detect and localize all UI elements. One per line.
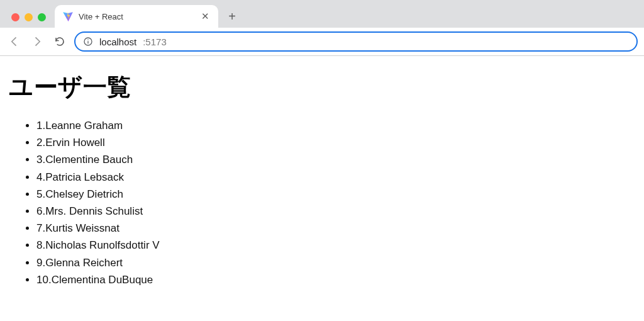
user-id: 5 — [36, 188, 42, 200]
window-traffic-lights — [6, 13, 50, 28]
list-item: 5.Chelsey Dietrich — [36, 186, 635, 203]
nav-back-button[interactable] — [6, 33, 23, 50]
user-name: Nicholas Runolfsdottir V — [45, 239, 159, 251]
browser-chrome: Vite + React ✕ + — [0, 0, 644, 56]
window-zoom-icon[interactable] — [38, 13, 46, 21]
user-list: 1.Leanne Graham2.Ervin Howell3.Clementin… — [9, 117, 635, 288]
address-host: localhost — [99, 37, 136, 47]
list-item: 3.Clementine Bauch — [36, 151, 635, 168]
user-id: 3 — [36, 154, 42, 166]
list-item: 4.Patricia Lebsack — [36, 169, 635, 186]
page-content: ユーザ一覧 1.Leanne Graham2.Ervin Howell3.Cle… — [0, 56, 644, 301]
list-item: 1.Leanne Graham — [36, 117, 635, 134]
window-close-icon[interactable] — [11, 13, 19, 21]
list-item: 10.Clementina DuBuque — [36, 271, 635, 288]
vite-favicon-icon — [62, 11, 74, 22]
user-name: Patricia Lebsack — [45, 171, 124, 183]
nav-forward-button[interactable] — [29, 33, 45, 50]
tab-strip: Vite + React ✕ + — [0, 0, 644, 28]
user-name: Clementine Bauch — [45, 154, 133, 166]
user-id: 8 — [36, 239, 42, 251]
list-item: 7.Kurtis Weissnat — [36, 220, 635, 237]
user-name: Chelsey Dietrich — [45, 188, 123, 200]
new-tab-button[interactable]: + — [223, 8, 241, 25]
user-name: Ervin Howell — [45, 137, 104, 149]
tab-title: Vite + React — [79, 12, 194, 21]
user-id: 7 — [36, 222, 42, 234]
user-id: 2 — [36, 137, 42, 149]
window-minimize-icon[interactable] — [25, 13, 33, 21]
user-id: 4 — [36, 171, 42, 183]
user-id: 9 — [36, 257, 42, 269]
user-id: 10 — [36, 274, 48, 286]
browser-tab-active[interactable]: Vite + React ✕ — [55, 5, 218, 28]
list-item: 8.Nicholas Runolfsdottir V — [36, 237, 635, 254]
list-item: 2.Ervin Howell — [36, 134, 635, 151]
nav-reload-button[interactable] — [52, 33, 68, 50]
user-id: 6 — [36, 205, 42, 217]
svg-point-2 — [87, 39, 88, 40]
list-item: 9.Glenna Reichert — [36, 254, 635, 271]
user-name: Kurtis Weissnat — [45, 222, 119, 234]
browser-toolbar: localhost:5173 — [0, 28, 644, 55]
user-id: 1 — [36, 120, 42, 132]
user-name: Mrs. Dennis Schulist — [45, 205, 143, 217]
tab-close-icon[interactable]: ✕ — [199, 11, 211, 22]
address-bar[interactable]: localhost:5173 — [74, 31, 638, 52]
user-name: Leanne Graham — [45, 120, 123, 132]
user-name: Glenna Reichert — [45, 257, 123, 269]
page-title: ユーザ一覧 — [9, 71, 635, 103]
address-port: :5173 — [143, 37, 167, 47]
site-info-icon[interactable] — [83, 37, 93, 47]
list-item: 6.Mrs. Dennis Schulist — [36, 203, 635, 220]
user-name: Clementina DuBuque — [52, 274, 153, 286]
